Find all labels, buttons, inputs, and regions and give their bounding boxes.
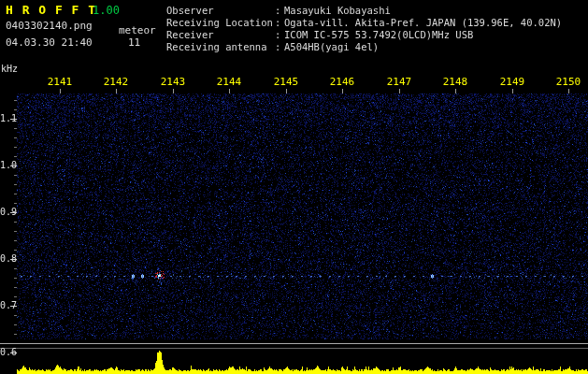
info-separator: : — [275, 29, 284, 41]
info-value: ICOM IC-575 53.7492(0LCD)MHz USB — [284, 29, 473, 40]
hrofft-window: H R O F F T 1.00 0403302140.png meteor 0… — [0, 0, 588, 374]
station-info-row: Receiving Location:Ogata-vill. Akita-Pre… — [166, 17, 562, 29]
info-separator: : — [275, 41, 284, 53]
time-tick-label: 2143 — [161, 76, 186, 88]
start-datetime: 04.03.30 21:40 — [6, 36, 93, 49]
time-tick-label: 2148 — [443, 76, 468, 88]
freq-tick-label: 0.9 — [0, 207, 16, 218]
info-label: Receiving Location — [166, 17, 275, 29]
mode-label: meteor — [119, 24, 156, 36]
station-info-row: Receiving antenna:A504HB(yagi 4el) — [166, 41, 562, 53]
time-tick-label: 2144 — [217, 76, 242, 88]
freq-tick-label: 1.0 — [0, 160, 16, 171]
info-separator: : — [275, 17, 284, 29]
app-title: H R O F F T — [6, 3, 96, 17]
time-tick-label: 2145 — [274, 76, 299, 88]
info-label: Observer — [166, 5, 275, 17]
meteor-count: 11 — [128, 36, 140, 49]
freq-tick-label: 0.6 — [0, 347, 16, 358]
time-tick-label: 2142 — [104, 76, 129, 88]
station-info: Observer:Masayuki KobayashiReceiving Loc… — [166, 5, 562, 53]
time-tick-label: 2146 — [330, 76, 355, 88]
time-tick-label: 2141 — [48, 76, 73, 88]
time-tick-label: 2150 — [556, 76, 581, 88]
output-filename: 0403302140.png — [6, 20, 93, 32]
info-label: Receiving antenna — [166, 41, 275, 53]
info-value: Ogata-vill. Akita-Pref. JAPAN (139.96E, … — [284, 17, 562, 28]
info-value: A504HB(yagi 4el) — [284, 41, 379, 52]
time-tick-label: 2149 — [500, 76, 525, 88]
station-info-row: Receiver:ICOM IC-575 53.7492(0LCD)MHz US… — [166, 29, 562, 41]
app-version: 1.00 — [93, 4, 120, 17]
freq-axis: 1.11.00.90.80.70.6 — [0, 0, 17, 374]
spectrogram-plot — [0, 0, 588, 374]
info-label: Receiver — [166, 29, 275, 41]
freq-tick-label: 0.7 — [0, 300, 16, 311]
station-info-row: Observer:Masayuki Kobayashi — [166, 5, 562, 17]
info-separator: : — [275, 5, 284, 17]
time-tick-label: 2147 — [387, 76, 412, 88]
info-value: Masayuki Kobayashi — [284, 5, 391, 16]
time-axis: 2141214221432144214521462147214821492150 — [0, 76, 588, 88]
freq-tick-label: 1.1 — [0, 113, 16, 124]
freq-tick-label: 0.8 — [0, 253, 16, 265]
